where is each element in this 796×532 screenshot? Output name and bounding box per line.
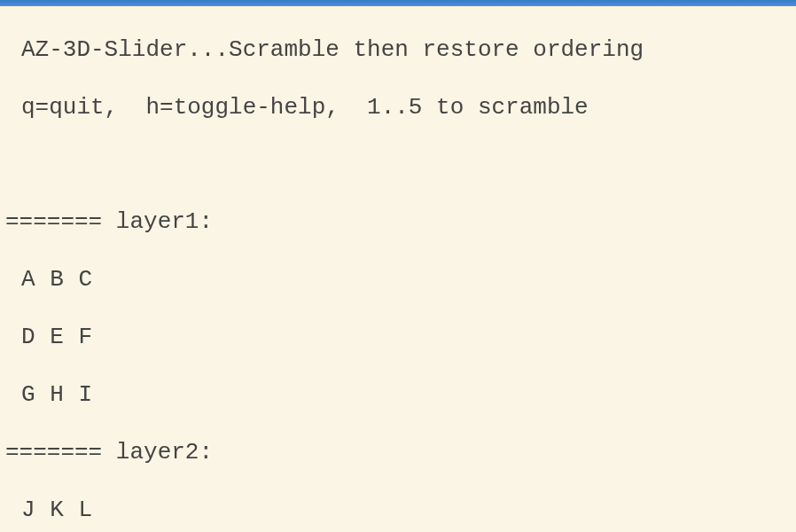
window-titlebar xyxy=(0,0,796,6)
layer1-row2: D E F xyxy=(0,323,796,352)
game-title: AZ-3D-Slider...Scramble then restore ord… xyxy=(0,35,796,65)
layer2-row1: J K L xyxy=(0,496,796,525)
layer1-row3: G H I xyxy=(0,380,796,410)
terminal-output[interactable]: AZ-3D-Slider...Scramble then restore ord… xyxy=(0,6,796,532)
help-text: q=quit, h=toggle-help, 1..5 to scramble xyxy=(0,93,796,122)
blank-line xyxy=(0,151,796,179)
layer2-header: ======= layer2: xyxy=(0,438,796,467)
layer1-row1: A B C xyxy=(0,265,796,294)
layer1-header: ======= layer1: xyxy=(0,207,796,237)
